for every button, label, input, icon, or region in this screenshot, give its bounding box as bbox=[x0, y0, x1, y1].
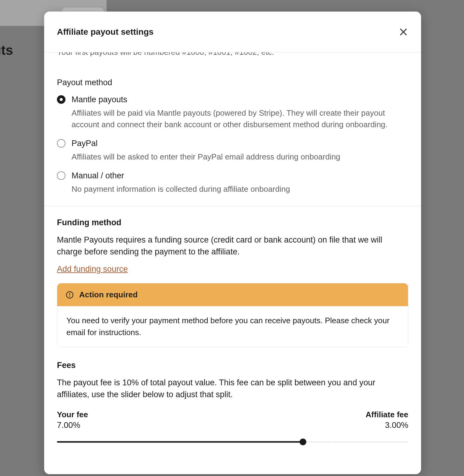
your-fee-label: Your fee bbox=[57, 410, 88, 419]
radio-input[interactable] bbox=[57, 95, 65, 104]
modal-title: Affiliate payout settings bbox=[57, 27, 153, 37]
slider-thumb[interactable] bbox=[300, 439, 306, 445]
radio-label: PayPal bbox=[72, 138, 408, 149]
modal-dialog: Affiliate payout settings Your first pay… bbox=[44, 12, 421, 474]
your-fee-value: 7.00% bbox=[57, 421, 88, 430]
affiliate-fee-value: 3.00% bbox=[366, 421, 408, 430]
slider-fill bbox=[57, 441, 303, 443]
radio-input[interactable] bbox=[57, 139, 65, 148]
funding-method-heading: Funding method bbox=[57, 218, 408, 227]
radio-description: Affiliates will be paid via Mantle payou… bbox=[72, 107, 408, 130]
alert-title: Action required bbox=[79, 290, 138, 299]
add-funding-source-link[interactable]: Add funding source bbox=[57, 264, 128, 274]
svg-point-4 bbox=[69, 296, 70, 297]
radio-option-manual[interactable]: Manual / other No payment information is… bbox=[57, 170, 408, 195]
funding-method-description: Mantle Payouts requires a funding source… bbox=[57, 234, 408, 258]
fees-values-row: Your fee 7.00% Affiliate fee 3.00% bbox=[57, 410, 408, 430]
radio-option-paypal[interactable]: PayPal Affiliates will be asked to enter… bbox=[57, 138, 408, 163]
radio-option-mantle[interactable]: Mantle payouts Affiliates will be paid v… bbox=[57, 94, 408, 131]
modal-body-scroll[interactable]: Your first payouts will be numbered #100… bbox=[44, 52, 421, 474]
payout-method-radios: Mantle payouts Affiliates will be paid v… bbox=[57, 94, 408, 195]
action-required-alert: Action required You need to verify your … bbox=[57, 283, 408, 347]
modal-header: Affiliate payout settings bbox=[44, 12, 421, 52]
close-icon bbox=[399, 27, 408, 37]
section-divider bbox=[44, 206, 421, 206]
alert-icon bbox=[66, 291, 74, 299]
fees-description: The payout fee is 10% of total payout va… bbox=[57, 377, 408, 401]
radio-description: Affiliates will be asked to enter their … bbox=[72, 151, 408, 163]
background-page-title: outs bbox=[0, 43, 13, 58]
alert-body: You need to verify your payment method b… bbox=[57, 306, 408, 347]
close-button[interactable] bbox=[395, 24, 411, 40]
payout-numbering-helper-text: Your first payouts will be numbered #100… bbox=[57, 52, 274, 57]
radio-label: Mantle payouts bbox=[72, 94, 408, 105]
fees-heading: Fees bbox=[57, 361, 408, 370]
radio-input[interactable] bbox=[57, 171, 65, 180]
affiliate-fee-label: Affiliate fee bbox=[366, 410, 408, 419]
payout-method-heading: Payout method bbox=[57, 78, 408, 87]
alert-header: Action required bbox=[57, 283, 408, 306]
radio-description: No payment information is collected duri… bbox=[72, 184, 408, 195]
fee-split-slider[interactable] bbox=[57, 437, 408, 446]
payout-numbering-helper: Your first payouts will be numbered #100… bbox=[57, 52, 408, 66]
radio-label: Manual / other bbox=[72, 170, 408, 181]
